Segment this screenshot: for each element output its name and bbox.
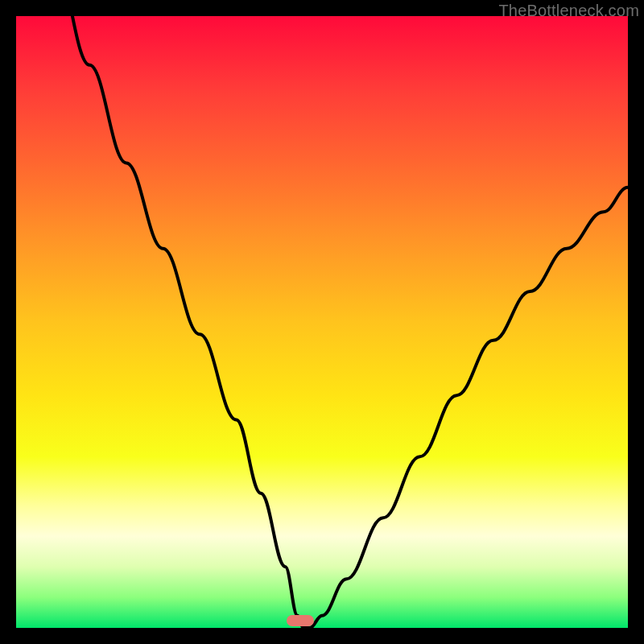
watermark-text: TheBottleneck.com [498, 2, 639, 20]
bottleneck-curve [16, 16, 628, 628]
optimal-point-marker [287, 615, 314, 626]
chart-stage: TheBottleneck.com [0, 0, 644, 644]
plot-area [16, 16, 628, 628]
